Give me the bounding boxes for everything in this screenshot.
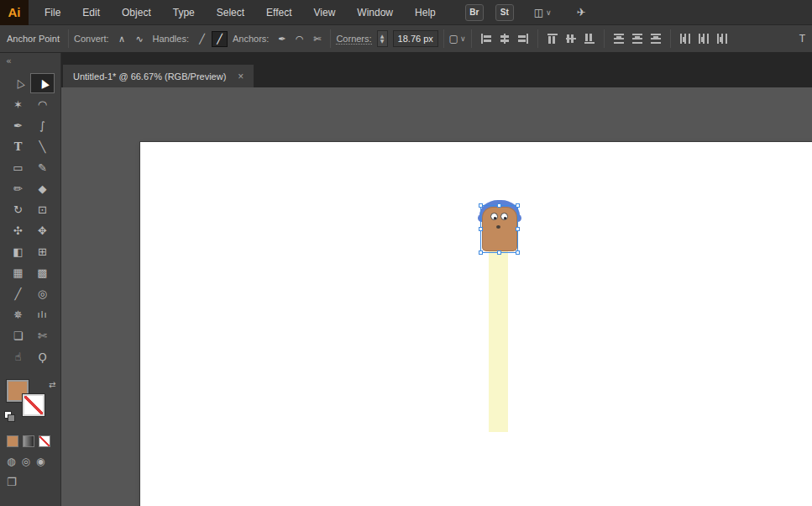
horizontal-align-right-icon[interactable]: [516, 33, 530, 45]
gradient-tool[interactable]: ▩: [30, 262, 55, 282]
shaper-tool[interactable]: ✏: [6, 178, 30, 198]
column-graph-tool[interactable]: ılı: [30, 304, 55, 324]
draw-inside-icon[interactable]: ◉: [36, 456, 45, 467]
type-tool[interactable]: T: [6, 136, 30, 156]
slice-tool[interactable]: ✄: [30, 325, 55, 345]
selection-handle[interactable]: [497, 250, 501, 255]
swap-fill-stroke-icon[interactable]: ⇄: [49, 380, 55, 389]
magic-wand-tool[interactable]: ✶: [6, 94, 30, 114]
selection-handle[interactable]: [497, 203, 501, 208]
selection-handle[interactable]: [479, 203, 483, 208]
menu-item[interactable]: Select: [206, 0, 255, 24]
canvas-pasteboard[interactable]: [61, 87, 812, 506]
corners-value-input[interactable]: [393, 30, 438, 47]
selection-handle[interactable]: [516, 203, 520, 208]
corners-stepper[interactable]: ▲ ▼: [377, 30, 388, 47]
gpu-performance-icon[interactable]: ✈: [577, 6, 586, 18]
symbol-sprayer-tool[interactable]: ✵: [6, 304, 30, 324]
distribute-top-icon[interactable]: [612, 33, 626, 45]
menu-item[interactable]: File: [34, 0, 71, 24]
menu-item[interactable]: Type: [162, 0, 206, 24]
menu-item[interactable]: Window: [346, 0, 404, 24]
artboard[interactable]: [140, 142, 812, 506]
curvature-tool[interactable]: ∫: [30, 115, 55, 135]
screen-mode-icon[interactable]: ❐: [7, 476, 54, 488]
convert-to-corner-icon[interactable]: ∧: [114, 31, 130, 47]
perspective-grid-tool[interactable]: ⊞: [30, 241, 55, 261]
stroke-swatch-none[interactable]: [23, 394, 45, 416]
collapse-panel-icon[interactable]: «: [0, 53, 60, 68]
vertical-align-top-icon[interactable]: [546, 33, 559, 45]
isolate-selected-object-button[interactable]: ▢ ∨: [449, 33, 466, 45]
menu-item[interactable]: View: [303, 0, 347, 24]
width-tool[interactable]: ✣: [6, 220, 30, 240]
distribute-center-icon[interactable]: [697, 33, 710, 45]
character-body-rect[interactable]: [489, 251, 508, 432]
bridge-button[interactable]: Br: [465, 4, 484, 21]
chevron-down-icon: ∨: [460, 34, 466, 43]
remove-anchor-icon[interactable]: ✒: [274, 31, 290, 47]
hide-handles-icon[interactable]: ╱: [194, 31, 210, 47]
shape-builder-tool[interactable]: ◧: [6, 241, 30, 261]
color-button[interactable]: [7, 435, 18, 447]
draw-behind-icon[interactable]: ◎: [21, 456, 29, 467]
vertical-align-bottom-icon[interactable]: [583, 33, 596, 45]
paintbrush-tool[interactable]: ✎: [30, 157, 55, 177]
none-button[interactable]: [39, 435, 50, 447]
menu-item[interactable]: Effect: [255, 0, 302, 24]
separator: [471, 29, 472, 48]
convert-to-smooth-icon[interactable]: ∿: [132, 31, 148, 47]
menu-item[interactable]: Object: [111, 0, 162, 24]
eraser-tool[interactable]: ◆: [30, 178, 55, 198]
default-fill-stroke-icon[interactable]: [5, 410, 17, 422]
cut-path-icon[interactable]: ✄: [309, 31, 325, 47]
distribute-middle-icon[interactable]: [631, 33, 644, 45]
document-tab[interactable]: Untitled-1* @ 66.67% (RGB/Preview) ×: [63, 65, 254, 87]
stock-button[interactable]: St: [495, 4, 514, 21]
workspace-switcher[interactable]: ◫ ∨: [534, 7, 552, 18]
main-area: « ▷ ▶ ✶ ◠: [0, 53, 812, 506]
free-transform-tool[interactable]: ✥: [30, 220, 55, 240]
main-menus: File Edit Object Type Select Effect View…: [34, 0, 447, 24]
mesh-tool[interactable]: ▦: [6, 262, 30, 282]
horizontal-align-center-icon[interactable]: [498, 33, 511, 45]
selection-handle[interactable]: [479, 227, 483, 231]
blend-tool[interactable]: ◎: [30, 283, 55, 303]
selection-handle[interactable]: [516, 250, 520, 255]
rectangle-tool[interactable]: ▭: [6, 157, 30, 177]
tool-glyph-icon: ✥: [38, 224, 47, 237]
lasso-tool[interactable]: ◠: [30, 94, 55, 114]
menu-item[interactable]: Edit: [71, 0, 111, 24]
distribute-left-icon[interactable]: [678, 33, 692, 45]
rotate-tool[interactable]: ↻: [6, 199, 30, 219]
draw-normal-icon[interactable]: ◍: [7, 456, 15, 467]
artboard-tool[interactable]: ❏: [6, 325, 30, 345]
connect-anchors-icon[interactable]: ◠: [291, 31, 307, 47]
corners-link[interactable]: Corners:: [336, 34, 371, 45]
zoom-tool[interactable]: Ϙ: [30, 346, 55, 366]
distribute-bottom-icon[interactable]: [649, 33, 663, 45]
tool-glyph-icon: ✶: [13, 98, 23, 111]
selection-bounding-box: [480, 205, 518, 253]
show-handles-icon[interactable]: ╱: [212, 31, 228, 47]
gradient-button[interactable]: [23, 435, 34, 447]
drawing-modes-row: ◍◎◉: [7, 456, 54, 467]
selection-tool[interactable]: ▶: [30, 73, 55, 93]
menu-item[interactable]: Help: [404, 0, 447, 24]
distribute-right-icon[interactable]: [715, 33, 729, 45]
close-tab-icon[interactable]: ×: [238, 71, 244, 82]
eyedropper-tool[interactable]: ╱: [6, 283, 30, 303]
selection-handle[interactable]: [516, 227, 520, 231]
scale-tool[interactable]: ⊡: [30, 199, 55, 219]
selection-handle[interactable]: [479, 250, 483, 255]
tool-glyph-icon: ↻: [13, 203, 23, 216]
document-tab-bar: Untitled-1* @ 66.67% (RGB/Preview) ×: [61, 53, 812, 87]
vertical-align-middle-icon[interactable]: [564, 33, 578, 45]
pen-tool[interactable]: ✒: [6, 115, 30, 135]
horizontal-align-left-icon[interactable]: [479, 33, 493, 45]
stepper-down-icon[interactable]: ▼: [380, 39, 385, 44]
tool-glyph-icon: ∫: [39, 119, 45, 132]
hand-tool[interactable]: ☝: [6, 346, 30, 366]
direct-selection-tool[interactable]: ▷: [6, 73, 30, 93]
line-segment-tool[interactable]: ╲: [30, 136, 55, 156]
